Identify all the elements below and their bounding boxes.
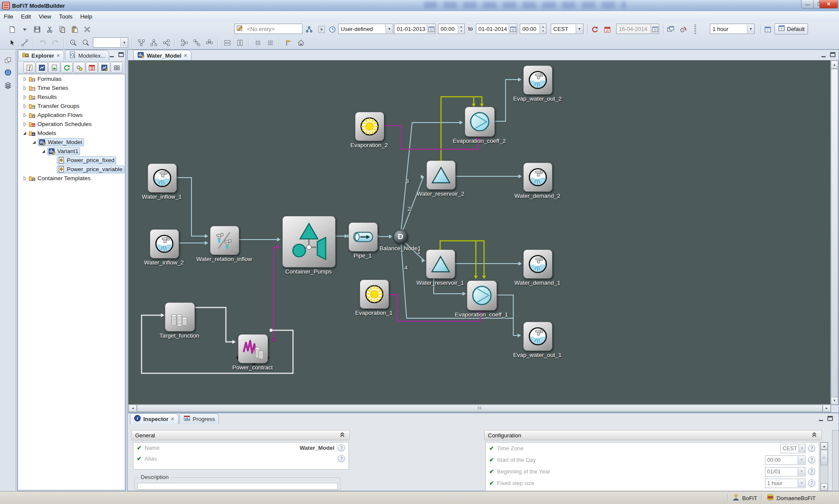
tree-item-results[interactable]: Results: [18, 92, 125, 101]
tree-item-formulas[interactable]: fAFormulas: [18, 74, 125, 83]
scroll-right-icon[interactable]: ►: [823, 405, 831, 412]
node-evaporation-coeff-2[interactable]: [465, 107, 495, 137]
minimize-view-icon[interactable]: [108, 52, 116, 58]
general-section-header[interactable]: General: [131, 430, 350, 440]
close-icon[interactable]: ✕: [171, 416, 175, 422]
layout-6-icon[interactable]: [204, 37, 214, 48]
spinner-icon[interactable]: ▲▼: [458, 25, 464, 33]
maximize-view-icon[interactable]: [827, 415, 834, 422]
expand-arrow-icon[interactable]: [22, 121, 28, 128]
description-input[interactable]: [137, 483, 338, 490]
spinner-icon[interactable]: ▲▼: [540, 25, 546, 33]
save-icon[interactable]: [32, 24, 42, 34]
tab-explorer[interactable]: Explorer✕: [18, 50, 64, 61]
flow-icon[interactable]: [304, 24, 314, 34]
calendar-red-icon[interactable]: [602, 24, 612, 34]
configuration-section-header[interactable]: Configuration: [484, 430, 822, 440]
close-icon[interactable]: ✕: [56, 53, 60, 58]
collapse-arrow-icon[interactable]: [22, 130, 28, 137]
help-icon[interactable]: ?: [808, 468, 815, 475]
time-to-field[interactable]: 00:00 ▲▼: [520, 24, 546, 34]
close-icon[interactable]: ✕: [183, 53, 187, 58]
table-view-icon[interactable]: [762, 24, 773, 34]
layout-1-icon[interactable]: [136, 37, 146, 48]
menu-edit[interactable]: Edit: [17, 12, 35, 21]
node-evaporation-1[interactable]: [360, 280, 389, 309]
tree-item-application-flows[interactable]: Application Flows: [18, 111, 125, 120]
model-filter-icon[interactable]: [98, 62, 110, 73]
gear-red-icon[interactable]: [678, 24, 688, 34]
node-pipe-1[interactable]: [349, 222, 378, 252]
expand-arrow-icon[interactable]: [22, 175, 28, 182]
menu-help[interactable]: Help: [77, 12, 96, 21]
collapse-arrow-icon[interactable]: [40, 148, 47, 155]
range-mode-select[interactable]: User-defined ▼: [338, 24, 393, 34]
grid-icon[interactable]: [253, 37, 263, 48]
tree-item-container-templates[interactable]: Container Templates: [18, 174, 125, 183]
maximize-view-icon[interactable]: [829, 52, 836, 58]
node-evap-water-out-1[interactable]: [523, 322, 552, 351]
minimize-view-icon[interactable]: [817, 415, 825, 422]
property-select[interactable]: 01/01▼: [765, 467, 805, 476]
help-icon[interactable]: ?: [338, 455, 345, 462]
model-canvas[interactable]: Evap_water_out_2Evaporation_2Evaporation…: [128, 60, 830, 404]
default-button[interactable]: Default: [774, 23, 808, 34]
node-power-contract[interactable]: [238, 334, 268, 363]
globe-icon[interactable]: [3, 68, 12, 77]
node-container-pumps[interactable]: [282, 216, 336, 267]
node-water-relation-inflow[interactable]: [210, 226, 239, 255]
property-select[interactable]: 1 hour▼: [765, 479, 805, 488]
expand-arrow-icon[interactable]: [22, 112, 28, 119]
property-select[interactable]: 00:00▼: [765, 455, 805, 465]
help-icon[interactable]: ?: [808, 456, 815, 464]
tree-item-operation-schedules[interactable]: Operation Schedules: [18, 120, 125, 129]
tab-inspector[interactable]: i Inspector✕: [130, 413, 179, 424]
expand-arrow-icon[interactable]: [22, 94, 28, 101]
node-water-reservoir-2[interactable]: [426, 160, 456, 190]
node-water-inflow-1[interactable]: [148, 163, 177, 193]
entry-field[interactable]: <No entry>: [234, 24, 302, 34]
node-evap-water-out-2[interactable]: [523, 65, 552, 95]
layout-5-icon[interactable]: [191, 37, 202, 48]
collapse-arrow-icon[interactable]: [31, 139, 38, 146]
node-evaporation-coeff-1[interactable]: [467, 280, 497, 310]
minimize-button[interactable]: —: [801, 0, 814, 9]
cursor-icon[interactable]: [7, 37, 17, 48]
align-v-icon[interactable]: [234, 37, 245, 48]
vertical-scrollbar[interactable]: ▲ ▼: [830, 60, 839, 405]
horizontal-scrollbar[interactable]: ◄ ► ⦀⦀: [128, 404, 831, 412]
help-icon[interactable]: ?: [808, 479, 815, 487]
menu-tools[interactable]: Tools: [55, 12, 77, 21]
property-select[interactable]: CEST▼: [780, 444, 805, 453]
collapse-icon[interactable]: [811, 431, 818, 439]
dropdown-icon[interactable]: [19, 24, 30, 34]
tab-water-model[interactable]: Water_Model✕: [133, 50, 191, 61]
node-water-demand-2[interactable]: [523, 163, 552, 192]
scrollbar-thumb[interactable]: [831, 69, 838, 397]
grid-dense-icon[interactable]: [265, 37, 275, 48]
list-icon[interactable]: [697, 24, 707, 34]
minimize-view-icon[interactable]: [820, 52, 827, 58]
zoom-level-select[interactable]: ▼: [93, 37, 128, 48]
tree-item-power-price-fixed[interactable]: Power_price_fixed: [18, 156, 125, 165]
menu-file[interactable]: File: [0, 12, 17, 21]
scroll-down-icon[interactable]: ▼: [820, 483, 828, 491]
close-button[interactable]: ✕: [819, 0, 838, 9]
node-balance-node1[interactable]: D: [393, 230, 408, 244]
collapse-icon[interactable]: [339, 431, 346, 439]
sync-filter-icon[interactable]: [61, 62, 73, 73]
scroll-up-icon[interactable]: ▲: [831, 61, 838, 69]
help-icon[interactable]: ?: [808, 445, 815, 452]
schedule-filter-icon[interactable]: [86, 62, 98, 73]
step-size-select[interactable]: 1 hour ▼: [710, 24, 755, 34]
node-water-demand-1[interactable]: [523, 249, 552, 279]
node-water-inflow-2[interactable]: [150, 229, 179, 258]
maximize-view-icon[interactable]: [117, 52, 125, 58]
tab-progress[interactable]: Progress: [179, 413, 219, 424]
tree-item-transfer-groups[interactable]: Transfer Groups: [18, 101, 125, 111]
flag-icon[interactable]: [283, 37, 293, 48]
scrollbar-thumb[interactable]: ≡: [820, 450, 828, 465]
scroll-up-icon[interactable]: ▲: [820, 443, 828, 450]
layout-4-icon[interactable]: [179, 37, 189, 48]
calendar-icon[interactable]: [509, 25, 517, 33]
